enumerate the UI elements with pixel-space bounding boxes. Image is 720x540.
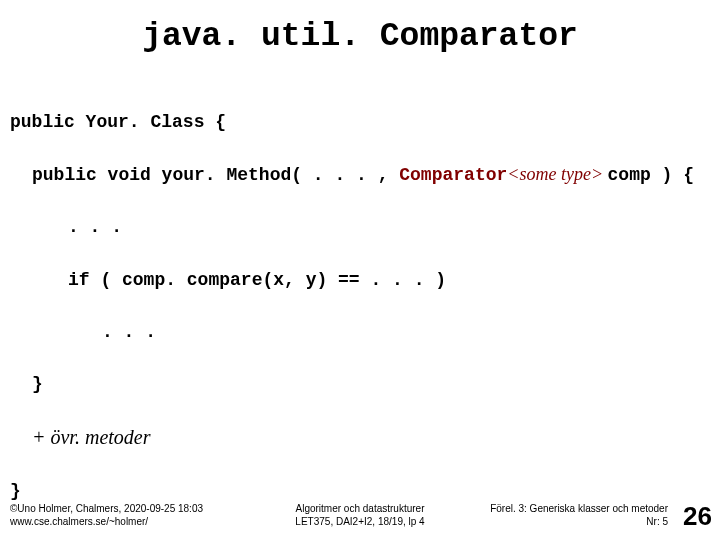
page-title: java. util. Comparator: [0, 18, 720, 55]
page-number: 26: [683, 501, 712, 532]
code-line-8: }: [10, 478, 720, 504]
type-param: <some type>: [507, 164, 607, 184]
code-line-7: + övr. metoder: [10, 423, 720, 452]
code-line-4: if ( comp. compare(x, y) == . . . ): [10, 267, 720, 293]
code-line-5: . . .: [10, 319, 720, 345]
footer-center: Algoritmer och datastrukturer LET375, DA…: [295, 503, 424, 528]
footer-right: Förel. 3: Generiska klasser och metoder …: [490, 503, 668, 528]
footer-left: ©Uno Holmer, Chalmers, 2020-09-25 18:03 …: [10, 503, 203, 528]
code-block: public Your. Class { public void your. M…: [0, 83, 720, 531]
footer-center-line1: Algoritmer och datastrukturer: [295, 503, 424, 516]
footer-right-line2: Nr: 5: [490, 516, 668, 529]
code-text: comp ) {: [608, 165, 694, 185]
footer-center-line2: LET375, DAI2+I2, 18/19, lp 4: [295, 516, 424, 529]
type-comparator: Comparator: [399, 165, 507, 185]
code-line-1: public Your. Class {: [10, 109, 720, 135]
code-line-6: }: [10, 371, 720, 397]
footer-left-line2: www.cse.chalmers.se/~holmer/: [10, 516, 203, 529]
footer-left-line1: ©Uno Holmer, Chalmers, 2020-09-25 18:03: [10, 503, 203, 516]
code-line-2: public void your. Method( . . . , Compar…: [10, 161, 720, 188]
code-line-3: . . .: [10, 214, 720, 240]
code-text: public void your. Method( . . . ,: [32, 165, 399, 185]
footer-right-line1: Förel. 3: Generiska klasser och metoder: [490, 503, 668, 516]
